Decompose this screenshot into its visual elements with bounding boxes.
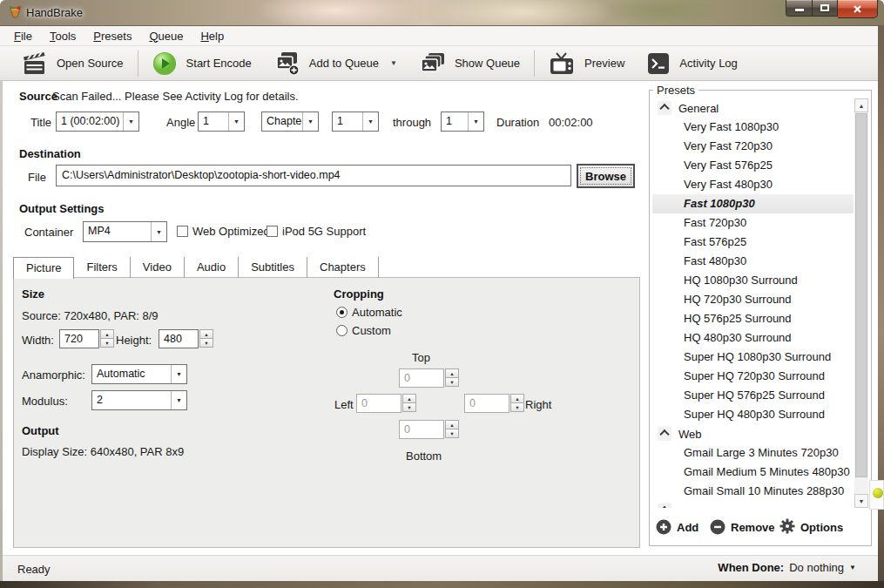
browse-button[interactable]: Browse xyxy=(577,164,635,188)
minimize-button[interactable] xyxy=(786,0,813,17)
remove-icon[interactable] xyxy=(710,519,725,535)
ipod-support-checkbox[interactable] xyxy=(267,226,278,237)
menu-tools[interactable]: Tools xyxy=(41,28,84,44)
menu-file[interactable]: File xyxy=(5,28,41,44)
cropping-custom-radio[interactable] xyxy=(336,325,348,336)
cropping-automatic-label[interactable]: Automatic xyxy=(352,306,402,319)
title-bar[interactable]: HandBrake xyxy=(0,0,884,26)
width-value[interactable]: 720 xyxy=(59,329,99,348)
collapse-chevron-icon[interactable] xyxy=(658,427,671,441)
crop-right-stepper[interactable]: 0 ▲ ▼ xyxy=(464,394,524,413)
preset-item[interactable]: Fast 1080p30 xyxy=(652,194,854,213)
preset-item[interactable]: Super HQ 1080p30 Surround xyxy=(652,348,854,367)
tab-video[interactable]: Video xyxy=(131,257,185,278)
dropdown-arrow-icon[interactable]: ▼ xyxy=(228,112,244,131)
spinner-down-icon[interactable]: ▼ xyxy=(445,429,459,438)
container-select[interactable]: MP4 ▼ xyxy=(83,221,167,242)
remove-preset-button[interactable]: Remove xyxy=(731,521,775,534)
preset-item[interactable]: Super HQ 480p30 Surround xyxy=(652,405,854,424)
add-icon[interactable] xyxy=(656,519,671,535)
preset-group-row-partial[interactable] xyxy=(652,501,854,508)
scrollbar-thumb[interactable] xyxy=(855,113,867,477)
preset-item[interactable]: Fast 720p30 xyxy=(652,213,854,233)
dropdown-arrow-icon[interactable]: ▼ xyxy=(362,112,378,131)
tab-filters[interactable]: Filters xyxy=(74,257,130,278)
crop-right-value[interactable]: 0 xyxy=(464,394,509,413)
open-source-button[interactable]: Open Source xyxy=(12,49,135,78)
scroll-up-icon[interactable]: ▲ xyxy=(854,98,868,112)
start-encode-button[interactable]: Start Encode xyxy=(141,49,263,78)
height-stepper[interactable]: 480 ▲ ▼ xyxy=(159,329,213,348)
crop-top-stepper[interactable]: 0 ▲ ▼ xyxy=(399,368,459,388)
preset-item[interactable]: HQ 480p30 Surround xyxy=(652,328,854,348)
menu-queue[interactable]: Queue xyxy=(140,28,192,44)
dropdown-arrow-icon[interactable]: ▼ xyxy=(151,222,166,241)
preview-button[interactable]: Preview xyxy=(537,49,636,78)
crop-left-value[interactable]: 0 xyxy=(356,394,402,413)
crop-top-value[interactable]: 0 xyxy=(399,368,444,388)
when-done-dropdown[interactable]: When Done: Do nothing ▼ xyxy=(718,561,856,574)
spinner-down-icon[interactable]: ▼ xyxy=(100,338,114,348)
tab-picture[interactable]: Picture xyxy=(13,257,74,279)
collapse-chevron-icon[interactable] xyxy=(658,101,671,115)
anamorphic-select[interactable]: Automatic ▼ xyxy=(91,364,187,384)
preset-item[interactable]: Fast 480p30 xyxy=(652,252,854,271)
web-optimized-label[interactable]: Web Optimized xyxy=(192,225,270,238)
angle-select[interactable]: 1 ▼ xyxy=(198,112,245,132)
scroll-down-icon[interactable]: ▼ xyxy=(854,494,868,508)
preset-item[interactable]: Very Fast 480p30 xyxy=(652,175,854,194)
spinner-down-icon[interactable]: ▼ xyxy=(402,402,416,412)
preset-item[interactable]: Gmail Medium 5 Minutes 480p30 xyxy=(652,463,854,482)
preset-item[interactable]: Fast 576p25 xyxy=(652,233,854,252)
preset-item[interactable]: HQ 720p30 Surround xyxy=(652,290,854,309)
preset-item[interactable]: Very Fast 720p30 xyxy=(652,137,854,156)
preset-group-row[interactable]: Web xyxy=(652,424,854,443)
crop-left-stepper[interactable]: 0 ▲ ▼ xyxy=(356,394,416,413)
ipod-support-label[interactable]: iPod 5G Support xyxy=(282,225,366,238)
height-value[interactable]: 480 xyxy=(159,329,199,348)
dropdown-arrow-icon[interactable]: ▼ xyxy=(171,365,186,383)
spinner-down-icon[interactable]: ▼ xyxy=(445,377,459,387)
dropdown-arrow-icon[interactable]: ▼ xyxy=(468,112,483,131)
tab-subtitles[interactable]: Subtitles xyxy=(239,257,307,278)
chapter-start-select[interactable]: 1 ▼ xyxy=(332,112,379,132)
close-button[interactable] xyxy=(838,0,878,18)
add-to-queue-button[interactable]: Add to Queue ▼ xyxy=(263,49,408,78)
preset-options-button[interactable]: Options xyxy=(800,521,843,534)
spinner-down-icon[interactable]: ▼ xyxy=(510,402,524,412)
width-stepper[interactable]: 720 ▲ ▼ xyxy=(59,329,114,348)
dropdown-arrow-icon[interactable]: ▼ xyxy=(302,112,318,131)
web-optimized-checkbox[interactable] xyxy=(177,226,188,237)
crop-bottom-stepper[interactable]: 0 ▲ ▼ xyxy=(399,420,459,439)
preset-item[interactable]: Very Fast 1080p30 xyxy=(652,118,854,137)
preset-item[interactable]: Gmail Large 3 Minutes 720p30 xyxy=(652,443,854,463)
dropdown-arrow-icon[interactable]: ▼ xyxy=(123,112,138,131)
preset-list[interactable]: GeneralVery Fast 1080p30Very Fast 720p30… xyxy=(652,98,854,508)
tab-audio[interactable]: Audio xyxy=(185,257,239,278)
preset-item[interactable]: Gmail Small 10 Minutes 288p30 xyxy=(652,482,854,501)
menu-presets[interactable]: Presets xyxy=(84,28,140,44)
cropping-custom-label[interactable]: Custom xyxy=(352,324,391,337)
preset-item[interactable]: HQ 1080p30 Surround xyxy=(652,271,854,290)
file-path-input[interactable]: C:\Users\Administrator\Desktop\zootopia-… xyxy=(56,165,571,186)
activity-log-button[interactable]: Activity Log xyxy=(636,49,748,78)
crop-bottom-value[interactable]: 0 xyxy=(399,420,444,439)
chapters-mode-select[interactable]: Chapters ▼ xyxy=(261,112,319,132)
add-preset-button[interactable]: Add xyxy=(677,521,698,534)
tab-chapters[interactable]: Chapters xyxy=(307,257,379,278)
preset-scrollbar[interactable]: ▲ ▼ xyxy=(854,98,868,508)
dropdown-arrow-icon[interactable]: ▼ xyxy=(171,391,186,409)
title-select[interactable]: 1 (00:02:00) ▼ xyxy=(56,112,139,132)
gear-icon[interactable] xyxy=(779,518,795,534)
preset-item[interactable]: HQ 576p25 Surround xyxy=(652,309,854,328)
menu-help[interactable]: Help xyxy=(192,28,233,44)
show-queue-button[interactable]: Show Queue xyxy=(408,49,531,78)
preset-item[interactable]: Super HQ 576p25 Surround xyxy=(652,386,854,405)
maximize-button[interactable] xyxy=(813,0,838,17)
preset-group-row[interactable]: General xyxy=(652,98,854,118)
modulus-select[interactable]: 2 ▼ xyxy=(91,390,187,410)
spinner-down-icon[interactable]: ▼ xyxy=(199,338,213,348)
preset-item[interactable]: Super HQ 720p30 Surround xyxy=(652,367,854,386)
preset-item[interactable]: Very Fast 576p25 xyxy=(652,156,854,175)
chapter-end-select[interactable]: 1 ▼ xyxy=(441,112,484,132)
